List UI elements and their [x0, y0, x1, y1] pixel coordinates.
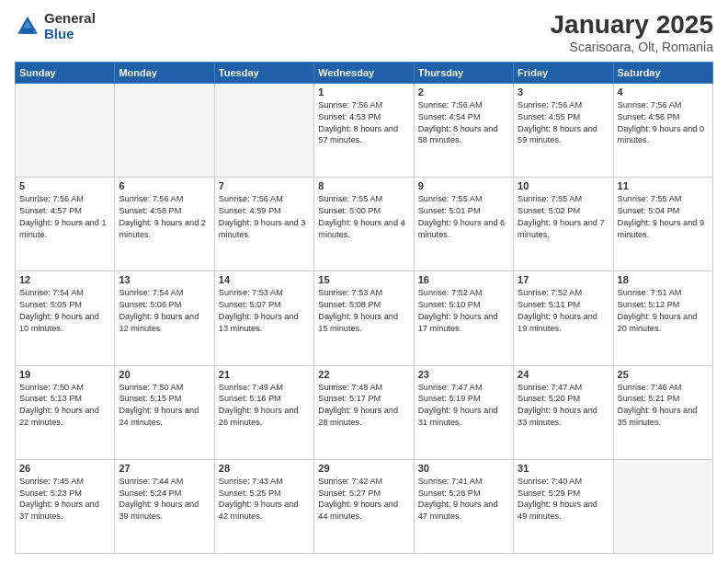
- calendar-subtitle: Scarisoara, Olt, Romania: [551, 40, 713, 54]
- day-info: Sunrise: 7:55 AM Sunset: 5:02 PM Dayligh…: [518, 193, 609, 241]
- day-info: Sunrise: 7:55 AM Sunset: 5:00 PM Dayligh…: [318, 193, 409, 241]
- header-saturday: Saturday: [613, 62, 712, 83]
- title-block: January 2025 Scarisoara, Olt, Romania: [551, 11, 713, 54]
- day-cell: [613, 459, 712, 553]
- day-number: 31: [518, 463, 609, 474]
- day-number: 2: [418, 86, 509, 98]
- day-cell: 14Sunrise: 7:53 AM Sunset: 5:07 PM Dayli…: [214, 271, 313, 365]
- calendar-table: Sunday Monday Tuesday Wednesday Thursday…: [15, 62, 713, 554]
- day-number: 1: [318, 86, 409, 98]
- day-info: Sunrise: 7:56 AM Sunset: 4:55 PM Dayligh…: [518, 99, 609, 147]
- logo-blue-text: Blue: [44, 27, 96, 42]
- day-number: 10: [518, 180, 609, 191]
- day-cell: 15Sunrise: 7:53 AM Sunset: 5:08 PM Dayli…: [314, 271, 414, 365]
- day-info: Sunrise: 7:56 AM Sunset: 4:53 PM Dayligh…: [318, 99, 409, 147]
- day-cell: [214, 83, 313, 177]
- day-cell: 31Sunrise: 7:40 AM Sunset: 5:29 PM Dayli…: [514, 459, 613, 553]
- day-info: Sunrise: 7:50 AM Sunset: 5:13 PM Dayligh…: [19, 382, 110, 430]
- day-number: 18: [618, 274, 709, 285]
- day-cell: 20Sunrise: 7:50 AM Sunset: 5:15 PM Dayli…: [115, 365, 214, 459]
- week-row-2: 12Sunrise: 7:54 AM Sunset: 5:05 PM Dayli…: [16, 271, 713, 365]
- page: General Blue January 2025 Scarisoara, Ol…: [0, 0, 728, 563]
- day-info: Sunrise: 7:43 AM Sunset: 5:25 PM Dayligh…: [219, 476, 310, 523]
- day-cell: 21Sunrise: 7:49 AM Sunset: 5:16 PM Dayli…: [214, 365, 313, 459]
- day-number: 23: [418, 369, 509, 380]
- day-number: 8: [318, 180, 409, 191]
- day-cell: [16, 83, 115, 177]
- header-tuesday: Tuesday: [214, 62, 313, 83]
- day-cell: 19Sunrise: 7:50 AM Sunset: 5:13 PM Dayli…: [16, 365, 115, 459]
- svg-rect-2: [22, 28, 33, 33]
- day-info: Sunrise: 7:42 AM Sunset: 5:27 PM Dayligh…: [318, 476, 409, 523]
- header-sunday: Sunday: [16, 62, 115, 83]
- day-number: 9: [418, 180, 509, 191]
- day-info: Sunrise: 7:55 AM Sunset: 5:04 PM Dayligh…: [618, 193, 709, 241]
- day-number: 19: [19, 369, 110, 380]
- day-info: Sunrise: 7:56 AM Sunset: 4:59 PM Dayligh…: [219, 193, 310, 241]
- day-cell: 26Sunrise: 7:45 AM Sunset: 5:23 PM Dayli…: [16, 459, 115, 553]
- day-cell: 10Sunrise: 7:55 AM Sunset: 5:02 PM Dayli…: [514, 178, 613, 271]
- week-row-1: 5Sunrise: 7:56 AM Sunset: 4:57 PM Daylig…: [16, 178, 713, 271]
- day-cell: 24Sunrise: 7:47 AM Sunset: 5:20 PM Dayli…: [514, 365, 613, 459]
- day-cell: 1Sunrise: 7:56 AM Sunset: 4:53 PM Daylig…: [314, 83, 414, 177]
- day-info: Sunrise: 7:46 AM Sunset: 5:21 PM Dayligh…: [618, 382, 709, 430]
- week-row-4: 26Sunrise: 7:45 AM Sunset: 5:23 PM Dayli…: [16, 459, 713, 553]
- week-row-0: 1Sunrise: 7:56 AM Sunset: 4:53 PM Daylig…: [16, 83, 713, 177]
- day-info: Sunrise: 7:54 AM Sunset: 5:06 PM Dayligh…: [119, 287, 210, 335]
- day-cell: 22Sunrise: 7:48 AM Sunset: 5:17 PM Dayli…: [314, 365, 414, 459]
- day-cell: 16Sunrise: 7:52 AM Sunset: 5:10 PM Dayli…: [414, 271, 513, 365]
- day-info: Sunrise: 7:47 AM Sunset: 5:19 PM Dayligh…: [418, 382, 509, 430]
- day-number: 5: [19, 180, 110, 191]
- header-friday: Friday: [514, 62, 613, 83]
- day-cell: [115, 83, 214, 177]
- header: General Blue January 2025 Scarisoara, Ol…: [15, 11, 713, 54]
- day-cell: 3Sunrise: 7:56 AM Sunset: 4:55 PM Daylig…: [514, 83, 613, 177]
- day-info: Sunrise: 7:51 AM Sunset: 5:12 PM Dayligh…: [618, 287, 709, 335]
- day-cell: 17Sunrise: 7:52 AM Sunset: 5:11 PM Dayli…: [514, 271, 613, 365]
- header-monday: Monday: [115, 62, 214, 83]
- day-info: Sunrise: 7:56 AM Sunset: 4:58 PM Dayligh…: [119, 193, 210, 241]
- day-cell: 9Sunrise: 7:55 AM Sunset: 5:01 PM Daylig…: [414, 178, 513, 271]
- day-number: 17: [518, 274, 609, 285]
- day-cell: 25Sunrise: 7:46 AM Sunset: 5:21 PM Dayli…: [613, 365, 712, 459]
- day-cell: 7Sunrise: 7:56 AM Sunset: 4:59 PM Daylig…: [214, 178, 313, 271]
- day-number: 22: [318, 369, 409, 380]
- header-wednesday: Wednesday: [314, 62, 414, 83]
- day-info: Sunrise: 7:56 AM Sunset: 4:56 PM Dayligh…: [618, 99, 709, 147]
- day-number: 25: [618, 369, 709, 380]
- logo-text: General Blue: [44, 11, 96, 41]
- day-info: Sunrise: 7:53 AM Sunset: 5:07 PM Dayligh…: [219, 287, 310, 335]
- day-number: 24: [518, 369, 609, 380]
- day-number: 7: [219, 180, 310, 191]
- day-info: Sunrise: 7:48 AM Sunset: 5:17 PM Dayligh…: [318, 382, 409, 430]
- day-info: Sunrise: 7:55 AM Sunset: 5:01 PM Dayligh…: [418, 193, 509, 241]
- day-info: Sunrise: 7:44 AM Sunset: 5:24 PM Dayligh…: [119, 476, 210, 523]
- day-info: Sunrise: 7:56 AM Sunset: 4:57 PM Dayligh…: [19, 193, 110, 241]
- day-number: 20: [119, 369, 210, 380]
- logo-general-text: General: [44, 11, 96, 27]
- day-info: Sunrise: 7:50 AM Sunset: 5:15 PM Dayligh…: [119, 382, 210, 430]
- day-info: Sunrise: 7:52 AM Sunset: 5:10 PM Dayligh…: [418, 287, 509, 335]
- day-cell: 5Sunrise: 7:56 AM Sunset: 4:57 PM Daylig…: [16, 178, 115, 271]
- day-number: 15: [318, 274, 409, 285]
- day-cell: 27Sunrise: 7:44 AM Sunset: 5:24 PM Dayli…: [115, 459, 214, 553]
- day-number: 6: [119, 180, 210, 191]
- day-info: Sunrise: 7:45 AM Sunset: 5:23 PM Dayligh…: [19, 476, 110, 523]
- header-thursday: Thursday: [414, 62, 513, 83]
- day-info: Sunrise: 7:49 AM Sunset: 5:16 PM Dayligh…: [219, 382, 310, 430]
- day-cell: 4Sunrise: 7:56 AM Sunset: 4:56 PM Daylig…: [613, 83, 712, 177]
- logo-icon: [15, 14, 40, 40]
- day-number: 4: [618, 86, 709, 98]
- day-cell: 28Sunrise: 7:43 AM Sunset: 5:25 PM Dayli…: [214, 459, 313, 553]
- day-number: 3: [518, 86, 609, 98]
- day-number: 13: [119, 274, 210, 285]
- day-number: 12: [19, 274, 110, 285]
- day-number: 21: [219, 369, 310, 380]
- day-info: Sunrise: 7:54 AM Sunset: 5:05 PM Dayligh…: [19, 287, 110, 335]
- day-number: 16: [418, 274, 509, 285]
- day-cell: 29Sunrise: 7:42 AM Sunset: 5:27 PM Dayli…: [314, 459, 414, 553]
- day-info: Sunrise: 7:47 AM Sunset: 5:20 PM Dayligh…: [518, 382, 609, 430]
- day-info: Sunrise: 7:52 AM Sunset: 5:11 PM Dayligh…: [518, 287, 609, 335]
- day-number: 27: [119, 463, 210, 474]
- day-cell: 18Sunrise: 7:51 AM Sunset: 5:12 PM Dayli…: [613, 271, 712, 365]
